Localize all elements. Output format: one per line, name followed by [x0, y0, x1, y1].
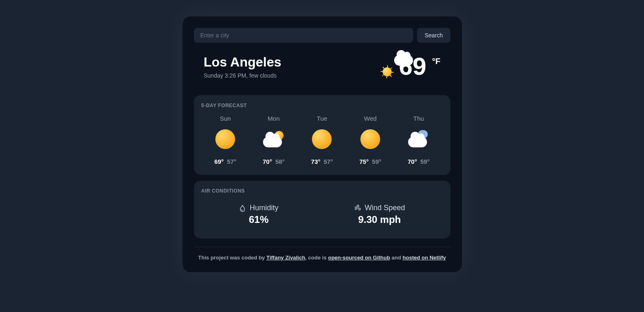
footer-prefix: This project was coded by — [198, 255, 266, 261]
forecast-title: 5-DAY FORECAST — [201, 103, 443, 108]
wind-block: Wind Speed 9.30 mph — [354, 204, 405, 225]
forecast-day: Tue73°57° — [299, 115, 344, 165]
forecast-lo: 57° — [227, 158, 236, 165]
forecast-day-name: Thu — [396, 115, 441, 122]
wind-label-row: Wind Speed — [354, 204, 405, 212]
author-link[interactable]: Tiffany Zivalich — [266, 255, 305, 261]
footer-mid2: and — [390, 255, 402, 261]
current-subline: Sunday 3:26 PM, few clouds — [204, 72, 282, 79]
search-button[interactable]: Search — [417, 28, 450, 43]
forecast-temps: 75°59° — [348, 158, 393, 165]
weather-card: Search Los Angeles Sunday 3:26 PM, few c… — [182, 16, 462, 272]
city-search-input[interactable] — [194, 28, 413, 43]
air-title: AIR CONDITIONS — [201, 188, 443, 194]
wind-label: Wind Speed — [365, 204, 405, 212]
unit-toggle[interactable]: °F — [432, 57, 440, 66]
forecast-lo: 59° — [372, 158, 381, 165]
sun-icon — [299, 128, 344, 151]
forecast-lo: 58° — [275, 158, 285, 165]
current-temp-group: 69 °F — [393, 54, 441, 79]
forecast-day: Wed75°59° — [348, 115, 393, 165]
humidity-value: 61% — [249, 214, 268, 225]
humidity-label-row: Humidity — [239, 204, 278, 212]
wind-value: 9.30 mph — [358, 214, 401, 225]
forecast-temps: 69°57° — [203, 158, 248, 165]
current-weather: Los Angeles Sunday 3:26 PM, few clouds 6… — [194, 54, 450, 95]
forecast-day-name: Wed — [348, 115, 393, 122]
sun-icon — [348, 128, 393, 151]
forecast-day-name: Mon — [251, 115, 296, 122]
forecast-panel: 5-DAY FORECAST Sun69°57°Mon70°58°Tue73°5… — [194, 95, 450, 175]
forecast-temps: 70°58° — [251, 158, 296, 165]
city-name: Los Angeles — [204, 55, 282, 70]
humidity-block: Humidity 61% — [239, 204, 278, 225]
forecast-hi: 70° — [263, 158, 272, 165]
forecast-temps: 73°57° — [299, 158, 344, 165]
wind-icon — [354, 204, 361, 212]
cloud-sun-icon — [251, 128, 296, 151]
forecast-day-name: Tue — [299, 115, 344, 122]
current-text: Los Angeles Sunday 3:26 PM, few clouds — [204, 55, 282, 79]
search-row: Search — [194, 28, 450, 43]
forecast-lo: 57° — [323, 158, 333, 165]
forecast-lo: 59° — [420, 158, 430, 165]
forecast-day: Mon70°58° — [251, 115, 296, 165]
forecast-hi: 75° — [359, 158, 369, 165]
forecast-temps: 70°59° — [396, 158, 441, 165]
github-link[interactable]: open-sourced on Github — [328, 255, 390, 261]
droplet-icon — [239, 204, 246, 212]
forecast-row: Sun69°57°Mon70°58°Tue73°57°Wed75°59°Thu7… — [201, 115, 443, 165]
forecast-day: Sun69°57° — [203, 115, 248, 165]
netlify-link[interactable]: hosted on Netlify — [403, 255, 446, 261]
footer: This project was coded by Tiffany Zivali… — [194, 247, 450, 261]
forecast-hi: 70° — [408, 158, 417, 165]
forecast-day-name: Sun — [203, 115, 248, 122]
forecast-hi: 69° — [215, 158, 224, 165]
cloud-icon — [396, 128, 441, 151]
forecast-hi: 73° — [311, 158, 321, 165]
air-panel: AIR CONDITIONS Humidity 61% — [194, 181, 450, 239]
humidity-label: Humidity — [249, 204, 278, 212]
sun-icon — [203, 128, 248, 151]
footer-mid1: , code is — [305, 255, 328, 261]
air-row: Humidity 61% Wind Speed 9.30 mph — [201, 200, 443, 229]
forecast-day: Thu70°59° — [396, 115, 441, 165]
